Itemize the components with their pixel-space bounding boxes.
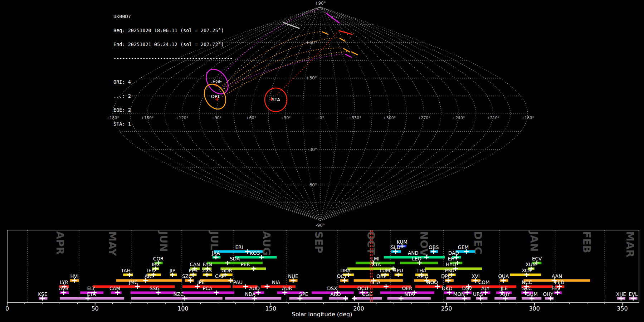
shower-label-SSG: SSG: [150, 286, 160, 291]
peak-marker-PER: [251, 267, 256, 271]
shower-label-COM: COM: [478, 279, 490, 285]
longitude-label: +120°: [175, 116, 188, 120]
month-label-OCT: OCT: [365, 231, 377, 255]
shower-label-XVI: XVI: [472, 273, 479, 279]
shower-label-OCU: OCU: [357, 286, 368, 291]
x-tick-label-250: 250: [441, 305, 452, 312]
shower-label-CTA: CTA: [372, 262, 381, 267]
trail-sporadic-2: [323, 116, 334, 171]
shower-label-THA: THA: [416, 268, 426, 273]
shower-XCB: XCB: [510, 268, 541, 277]
shower-label-FEV: FEV: [551, 286, 561, 291]
x-tick-label-300: 300: [529, 305, 540, 312]
shower-bar-STA: [339, 286, 411, 288]
shower-RPU: RPU: [393, 268, 403, 277]
shower-label-SPE: SPE: [299, 291, 308, 297]
shower-label-JMC: JMC: [128, 279, 138, 285]
latitude-label: -60°: [308, 182, 317, 187]
shower-label-DSV: DSV: [462, 286, 472, 291]
shower-EGE: EGE: [352, 291, 382, 301]
x-tick-label-350: 350: [617, 305, 628, 312]
shower-label-JPE: JPE: [197, 279, 205, 285]
shower-label-OCT: OCT: [337, 273, 347, 279]
shower-label-NUE: NUE: [288, 273, 298, 279]
shower-label-HYD: HYD: [446, 262, 456, 267]
shower-label-DRA: DRA: [340, 268, 351, 273]
shower-label-AAN: AAN: [552, 273, 562, 279]
latitude-label: +30°: [306, 75, 317, 80]
peak-marker-PAU: [243, 284, 248, 289]
trail-ori-meteor-4: [223, 51, 357, 97]
shower-label-NZC: NZC: [174, 291, 184, 297]
shower-label-FAN: FAN: [203, 262, 212, 267]
shower-HVI: HVI: [70, 273, 79, 283]
shower-label-SLD: SLD: [391, 244, 400, 250]
shower-label-ORI: ORI: [376, 273, 385, 279]
shower-label-ERI: ERI: [235, 244, 243, 250]
longitude-label: +30°: [280, 116, 291, 120]
shower-bar-JMC: [93, 286, 175, 288]
shower-label-OER: OER: [402, 286, 413, 291]
shower-label-PSU: PSU: [445, 268, 455, 273]
x-tick-label-200: 200: [353, 305, 364, 312]
shower-label-CAM: CAM: [109, 286, 120, 291]
shower-label-MON: MON: [453, 291, 465, 297]
shower-label-NOO: NOO: [427, 279, 438, 285]
shower-label-FED: FED: [555, 279, 565, 285]
peak-marker-PCA: [214, 291, 219, 295]
shower-label-OBS: OBS: [429, 244, 439, 250]
shower-label-ELY: ELY: [87, 286, 96, 291]
shower-bars: KUMERISLDOBSGEMJXAKCGANDDADCORSDALMILEOE…: [38, 239, 638, 301]
shower-label-ALY: ALY: [481, 286, 490, 291]
sky-grid: [113, 7, 528, 221]
shower-label-ECV: ECV: [532, 256, 542, 262]
shower-label-NIA: NIA: [272, 279, 280, 285]
shower-label-IRC: IRC: [152, 262, 160, 267]
x-tick-label-0: 0: [5, 305, 9, 312]
shower-label-EHY: EHY: [448, 256, 458, 262]
shower-EVL: EVL: [629, 291, 638, 301]
shower-label-PPS: PPS: [189, 268, 197, 273]
shower-bar-ARI: [116, 279, 182, 282]
peak-marker-NIA: [265, 284, 270, 289]
month-label-MAR: MAR: [624, 231, 636, 258]
shower-label-XCB: XCB: [522, 268, 532, 273]
x-tick-label-100: 100: [177, 305, 189, 312]
month-label-JUL: JUL: [208, 230, 220, 250]
peak-marker-ARD: [343, 296, 348, 301]
pole-label-north: +90°: [314, 1, 326, 6]
trail-ori-meteor-2: [220, 38, 345, 92]
shower-label-NCC: NCC: [522, 279, 532, 285]
month-label-APR: APR: [54, 231, 66, 255]
shower-label-HVI: HVI: [70, 273, 78, 279]
peak-marker-NTA: [399, 296, 404, 301]
shower-bar-KCG: [235, 256, 277, 259]
shower-label-KUM: KUM: [397, 239, 408, 245]
trail-ori-meteor-3: [221, 48, 350, 94]
longitude-label: +240°: [452, 116, 465, 120]
activity-timeline-chart: APRMAYJUNJULAUGSEPOCTNOVDECJANFEBMARKUME…: [0, 229, 644, 322]
shower-label-GEM: GEM: [458, 244, 469, 250]
shower-label-STA: STA: [371, 279, 381, 285]
shower-label-DPC: DPC: [441, 273, 451, 279]
shower-label-AHY: AHY: [500, 291, 510, 297]
shower-label-PAU: PAU: [233, 279, 243, 285]
shower-bar-EGE: [353, 297, 382, 300]
shower-label-GUM: GUM: [526, 291, 538, 297]
shower-label-CAN: CAN: [190, 262, 200, 267]
shower-label-TAH: TAH: [121, 268, 131, 273]
longitude-label: +180°: [521, 116, 534, 120]
radiant-label-ORI: ORI: [211, 94, 219, 99]
peak-marker-ERI: [245, 249, 250, 254]
shower-label-CAP: CAP: [215, 273, 225, 279]
x-tick-label-150: 150: [265, 305, 277, 312]
month-label-MAY: MAY: [106, 231, 118, 257]
shower-label-DKD: DKD: [442, 286, 453, 291]
radiant-STA: STA: [265, 88, 287, 112]
shower-bar-NZC: [131, 297, 223, 300]
shower-bar-ETA: [60, 297, 124, 300]
peak-marker-CAP: [228, 278, 233, 283]
shower-label-ZCS: ZCS: [202, 268, 212, 273]
shower-label-RPU: RPU: [393, 268, 403, 273]
pole-label-south: -90°: [316, 223, 325, 228]
